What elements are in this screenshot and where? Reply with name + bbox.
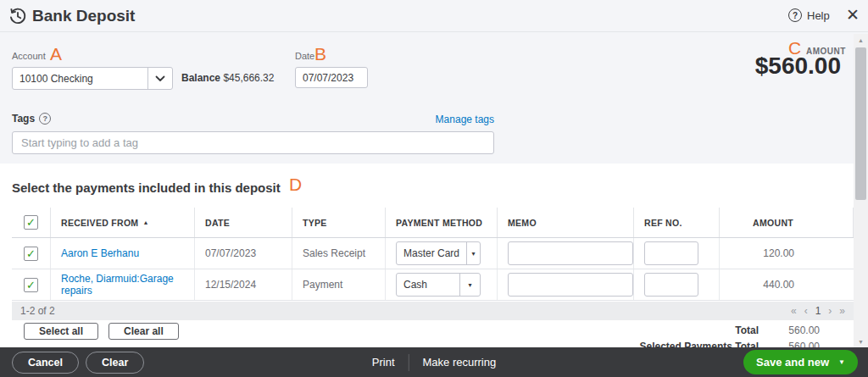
save-options-caret-icon[interactable]: ▼ xyxy=(838,358,845,366)
header-select-all-cell: ✓ xyxy=(12,208,51,237)
account-label: Account xyxy=(12,51,46,61)
close-icon[interactable]: ✕ xyxy=(846,5,860,25)
memo-cell xyxy=(498,269,634,300)
amount-value: 120.00 xyxy=(763,247,794,259)
ref-no-input[interactable] xyxy=(644,241,698,265)
column-header-date[interactable]: DATE xyxy=(195,208,292,237)
amount-value: 440.00 xyxy=(763,279,794,291)
payment-method-select[interactable]: Cash ▾ xyxy=(396,273,481,297)
payments-section-heading: Select the payments included in this dep… xyxy=(12,180,281,195)
payment-method-value: Cash xyxy=(397,279,459,291)
clear-button[interactable]: Clear xyxy=(86,352,144,374)
page-title: Bank Deposit xyxy=(32,7,135,25)
account-select-value: 10100 Checking xyxy=(13,73,147,85)
annotation-marker-d: D xyxy=(289,175,302,195)
sort-ascending-icon: ▲ xyxy=(142,219,148,225)
memo-cell xyxy=(498,238,634,269)
print-link[interactable]: Print xyxy=(372,356,395,369)
bulk-action-buttons: Select all Clear all xyxy=(24,323,179,340)
type-value: Sales Receipt xyxy=(303,247,365,259)
date-input[interactable] xyxy=(295,67,368,88)
select-all-button[interactable]: Select all xyxy=(24,323,98,340)
row-check-cell: ✓ xyxy=(12,269,51,300)
footer-center-links: Print Make recurring xyxy=(372,354,496,371)
type-cell: Payment xyxy=(292,269,386,300)
table-row: ✓ Roche, Diarmuid:Garage repairs 12/15/2… xyxy=(12,269,854,301)
date-value: 12/15/2024 xyxy=(205,279,256,291)
tags-label-row: Tags ? xyxy=(12,113,51,125)
bank-deposit-page: Bank Deposit ? Help ✕ Account A 10100 Ch… xyxy=(0,0,868,377)
manage-tags-link[interactable]: Manage tags xyxy=(432,114,494,125)
total-value: 560.00 xyxy=(767,324,820,336)
make-recurring-link[interactable]: Make recurring xyxy=(423,356,497,369)
title-bar: Bank Deposit ? Help ✕ xyxy=(0,0,868,32)
help-label: Help xyxy=(807,9,830,22)
received-from-cell: Roche, Diarmuid:Garage repairs xyxy=(51,269,195,300)
pagination-bar: 1-2 of 2 « ‹ 1 › » xyxy=(12,302,854,320)
column-header-ref-no[interactable]: REF NO. xyxy=(634,208,720,237)
balance: Balance $45,666.32 xyxy=(181,72,274,84)
pagination-controls: « ‹ 1 › » xyxy=(791,305,845,317)
select-all-checkbox[interactable]: ✓ xyxy=(24,215,38,230)
ref-no-cell xyxy=(634,269,720,300)
last-page-button[interactable]: » xyxy=(839,305,845,317)
type-value: Payment xyxy=(303,279,342,291)
next-page-button[interactable]: › xyxy=(828,305,832,317)
table-header-row: ✓ RECEIVED FROM ▲ DATE TYPE PAYMENT METH… xyxy=(12,208,854,238)
prev-page-button[interactable]: ‹ xyxy=(804,305,808,317)
scroll-down-icon[interactable]: ▼ xyxy=(854,335,868,347)
cancel-button[interactable]: Cancel xyxy=(12,352,79,374)
first-page-button[interactable]: « xyxy=(791,305,797,317)
caret-down-icon[interactable]: ▾ xyxy=(466,242,480,264)
table-row: ✓ Aaron E Berhanu 07/07/2023 Sales Recei… xyxy=(12,238,854,269)
date-value: 07/07/2023 xyxy=(205,247,256,259)
type-cell: Sales Receipt xyxy=(292,238,386,269)
ref-no-cell xyxy=(634,238,720,269)
payer-link[interactable]: Roche, Diarmuid:Garage repairs xyxy=(61,273,194,297)
balance-label: Balance xyxy=(181,72,220,84)
account-select[interactable]: 10100 Checking xyxy=(12,67,173,90)
received-from-cell: Aaron E Berhanu xyxy=(51,238,195,269)
payment-method-value: Master Card xyxy=(397,247,466,259)
memo-input[interactable] xyxy=(508,273,633,297)
clear-all-button[interactable]: Clear all xyxy=(108,323,179,340)
recent-transactions-clock-icon[interactable] xyxy=(8,7,27,25)
memo-input[interactable] xyxy=(508,241,633,265)
caret-down-icon[interactable]: ▾ xyxy=(459,274,480,296)
column-header-memo[interactable]: MEMO xyxy=(498,208,634,237)
column-header-type[interactable]: TYPE xyxy=(292,208,386,237)
row-check-cell: ✓ xyxy=(12,238,51,269)
tags-help-icon[interactable]: ? xyxy=(39,113,51,125)
payment-method-cell: Master Card ▾ xyxy=(386,238,498,269)
scroll-up-icon[interactable]: ▲ xyxy=(854,34,868,46)
top-section: Bank Deposit ? Help ✕ Account A 10100 Ch… xyxy=(0,0,868,164)
checkmark-icon: ✓ xyxy=(26,217,36,228)
footer-left-buttons: Cancel Clear xyxy=(12,352,144,374)
ref-no-input[interactable] xyxy=(644,273,698,297)
column-header-amount[interactable]: AMOUNT xyxy=(720,208,854,237)
row-checkbox[interactable]: ✓ xyxy=(24,247,38,261)
save-and-new-button[interactable]: Save and new ▼ xyxy=(743,350,858,374)
tags-input[interactable] xyxy=(12,131,494,154)
annotation-marker-b: B xyxy=(314,44,326,64)
date-cell: 12/15/2024 xyxy=(195,269,292,300)
footer-action-bar: Cancel Clear Print Make recurring Save a… xyxy=(0,347,868,377)
vertical-scrollbar[interactable]: ▲ ▼ xyxy=(854,34,868,347)
column-header-payment-method[interactable]: PAYMENT METHOD xyxy=(386,208,498,237)
balance-value: $45,666.32 xyxy=(223,72,274,84)
chevron-down-icon[interactable] xyxy=(147,68,172,89)
help-button[interactable]: ? Help xyxy=(788,8,830,22)
help-question-icon: ? xyxy=(788,8,802,22)
footer-divider xyxy=(409,354,409,371)
annotation-marker-a: A xyxy=(50,44,62,64)
current-page-number[interactable]: 1 xyxy=(815,305,821,317)
checkmark-icon: ✓ xyxy=(26,248,36,259)
scrollbar-thumb[interactable] xyxy=(855,47,866,200)
checkmark-icon: ✓ xyxy=(26,280,36,291)
payer-link[interactable]: Aaron E Berhanu xyxy=(61,247,139,259)
row-checkbox[interactable]: ✓ xyxy=(24,278,38,292)
save-and-new-label: Save and new xyxy=(756,356,829,369)
payment-method-select[interactable]: Master Card ▾ xyxy=(396,241,481,265)
column-header-received-from[interactable]: RECEIVED FROM ▲ xyxy=(51,208,195,237)
date-cell: 07/07/2023 xyxy=(195,238,292,269)
